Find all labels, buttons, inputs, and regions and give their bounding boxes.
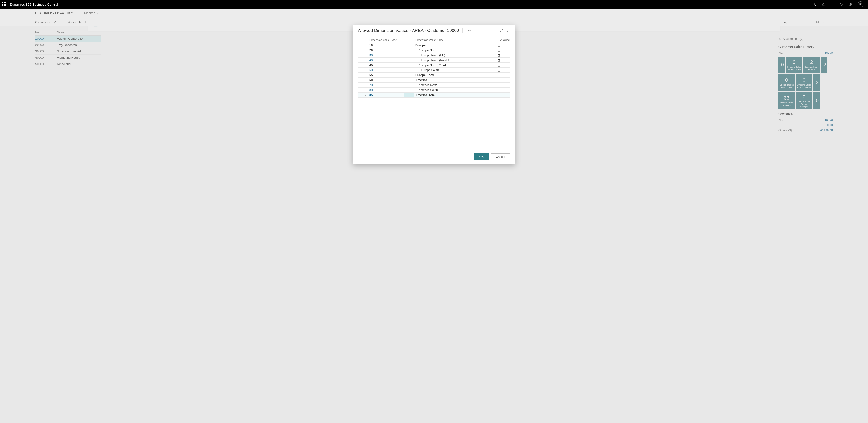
help-icon[interactable] (848, 2, 852, 6)
dimension-name: America, Total (414, 92, 487, 97)
modal-footer: OK Cancel (353, 150, 515, 164)
dimension-grid: Dimension Value Code Dimension Value Nam… (358, 37, 510, 97)
dimension-code[interactable]: 50 (368, 68, 404, 73)
allowed-checkbox[interactable] (487, 73, 511, 77)
dimension-code[interactable]: 20 (368, 48, 404, 53)
dimension-row[interactable]: 80America South (358, 88, 510, 92)
modal-title: Allowed Dimension Values - AREA - Custom… (358, 28, 459, 33)
top-bar: Dynamics 365 Business Central IK (0, 0, 868, 8)
dimension-row[interactable]: 70America North (358, 83, 510, 88)
dimension-row[interactable]: 55Europe, Total (358, 73, 510, 78)
close-icon[interactable] (507, 29, 510, 32)
col-code-header[interactable]: Dimension Value Code (368, 38, 404, 41)
dimension-name: Europe North (EU) (414, 53, 487, 57)
col-allowed-header[interactable]: Allowed (487, 38, 511, 41)
app-launcher-icon[interactable] (2, 2, 6, 6)
dimension-row[interactable]: 30Europe North (EU) (358, 53, 510, 58)
row-menu[interactable] (404, 53, 414, 57)
row-selector[interactable] (358, 43, 368, 48)
svg-point-0 (813, 3, 815, 5)
allowed-checkbox[interactable] (487, 92, 511, 97)
row-selector[interactable] (358, 78, 368, 82)
row-selector[interactable] (358, 83, 368, 87)
bell-icon[interactable] (822, 2, 825, 6)
dimension-name: America South (414, 88, 487, 92)
row-menu[interactable] (404, 88, 414, 92)
ok-button[interactable]: OK (474, 153, 489, 160)
row-selector[interactable] (358, 53, 368, 57)
row-menu[interactable] (404, 73, 414, 77)
allowed-checkbox[interactable] (487, 48, 511, 53)
flag-icon[interactable] (831, 2, 834, 6)
row-selector[interactable]: → (358, 92, 368, 97)
row-menu[interactable] (404, 63, 414, 67)
allowed-dimension-values-dialog: Allowed Dimension Values - AREA - Custom… (353, 25, 515, 164)
row-menu[interactable] (404, 43, 414, 48)
expand-icon[interactable] (500, 29, 503, 32)
user-avatar[interactable]: IK (858, 1, 864, 7)
dimension-row[interactable]: 20Europe North (358, 48, 510, 53)
row-menu[interactable] (404, 78, 414, 82)
row-selector[interactable] (358, 73, 368, 77)
dimension-code[interactable]: 40 (368, 58, 404, 62)
app-title: Dynamics 365 Business Central (10, 2, 58, 6)
dimension-name: Europe (414, 43, 487, 48)
row-selector[interactable] (358, 88, 368, 92)
dimension-name: Europe, Total (414, 73, 487, 77)
allowed-checkbox[interactable] (487, 68, 511, 73)
dimension-name: America (414, 78, 487, 82)
svg-point-2 (841, 4, 842, 5)
dimension-row[interactable]: 60America (358, 78, 510, 83)
col-name-header[interactable]: Dimension Value Name (414, 38, 487, 41)
dimension-code[interactable]: 55 (368, 73, 404, 77)
dimension-code[interactable]: 80 (368, 88, 404, 92)
dimension-code[interactable]: 85 (368, 92, 404, 97)
allowed-checkbox[interactable] (487, 58, 511, 62)
dimension-code[interactable]: 10 (368, 43, 404, 48)
dimension-code[interactable]: 45 (368, 63, 404, 67)
dimension-code[interactable]: 60 (368, 78, 404, 82)
allowed-checkbox[interactable] (487, 53, 511, 57)
dimension-row[interactable]: 40Europe North (Non EU) (358, 58, 510, 63)
dimension-name: Europe North, Total (414, 63, 487, 67)
row-menu[interactable] (404, 58, 414, 62)
cancel-button[interactable]: Cancel (491, 153, 510, 160)
allowed-checkbox[interactable] (487, 43, 511, 48)
dimension-code[interactable]: 70 (368, 83, 404, 87)
page: CRONUS USA, Inc. Finance Customer 10000 … (0, 8, 868, 423)
allowed-checkbox[interactable] (487, 83, 511, 87)
dimension-code[interactable]: 30 (368, 53, 404, 57)
row-selector[interactable] (358, 63, 368, 67)
row-selector[interactable] (358, 58, 368, 62)
row-menu[interactable] (404, 83, 414, 87)
dimension-name: America North (414, 83, 487, 87)
row-menu[interactable]: ⋮ (404, 92, 414, 97)
dimension-name: Europe North (414, 48, 487, 53)
allowed-checkbox[interactable] (487, 88, 511, 92)
dimension-name: Europe South (414, 68, 487, 73)
allowed-checkbox[interactable] (487, 63, 511, 67)
gear-icon[interactable] (839, 2, 843, 6)
row-menu[interactable] (404, 68, 414, 73)
grid-header: Dimension Value Code Dimension Value Nam… (358, 37, 510, 43)
row-menu[interactable] (404, 48, 414, 53)
svg-line-1 (815, 5, 815, 6)
row-selector[interactable] (358, 68, 368, 73)
modal-scrim: Allowed Dimension Values - AREA - Custom… (0, 8, 868, 423)
dimension-row[interactable]: 10Europe (358, 43, 510, 48)
dimension-name: Europe North (Non EU) (414, 58, 487, 62)
dimension-row[interactable]: 45Europe North, Total (358, 63, 510, 68)
modal-body: Dimension Value Code Dimension Value Nam… (353, 34, 515, 147)
search-icon[interactable] (812, 2, 816, 6)
dimension-row[interactable]: 50Europe South (358, 68, 510, 73)
row-selector[interactable] (358, 48, 368, 53)
modal-more-icon[interactable]: ••• (466, 29, 471, 32)
allowed-checkbox[interactable] (487, 78, 511, 82)
modal-header: Allowed Dimension Values - AREA - Custom… (353, 25, 515, 34)
dimension-row[interactable]: →85⋮America, Total (358, 92, 510, 97)
